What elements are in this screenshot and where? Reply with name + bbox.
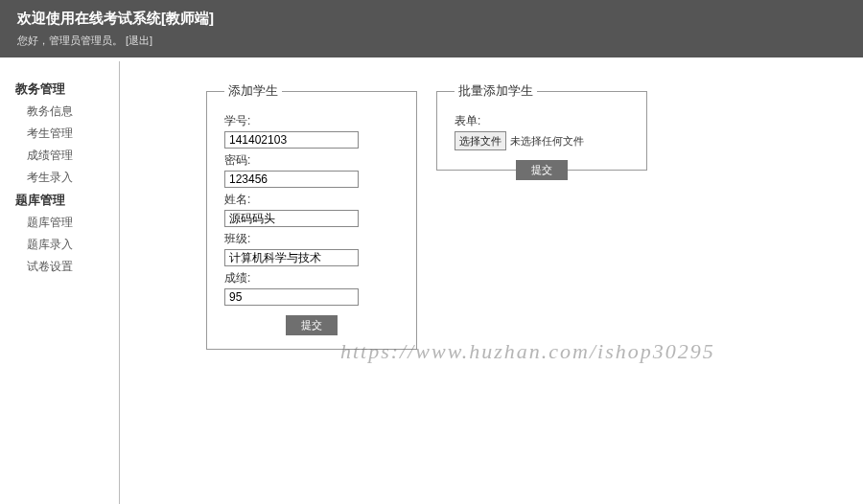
bulk-submit-button[interactable]: 提交 <box>516 160 568 180</box>
student-id-input[interactable] <box>224 131 359 149</box>
current-user: 管理员管理员 <box>49 34 112 46</box>
greeting-prefix: 您好， <box>17 34 49 46</box>
sidebar-item-question-entry[interactable]: 题库录入 <box>27 237 119 253</box>
sidebar-item-student-manage[interactable]: 考生管理 <box>27 126 119 142</box>
sidebar-group-academic: 教务管理 <box>15 80 119 98</box>
password-label: 密码: <box>224 152 399 169</box>
file-status: 未选择任何文件 <box>510 134 584 149</box>
sidebar-item-academic-info[interactable]: 教务信息 <box>27 103 119 120</box>
bulk-add-legend: 批量添加学生 <box>455 82 537 100</box>
sidebar: 教务管理 教务信息 考生管理 成绩管理 考生录入 题库管理 题库管理 题库录入 … <box>0 61 119 504</box>
sidebar-group-question: 题库管理 <box>15 192 119 209</box>
class-input[interactable] <box>224 249 359 266</box>
class-label: 班级: <box>224 231 399 247</box>
sidebar-item-student-entry[interactable]: 考生录入 <box>27 170 119 186</box>
name-input[interactable] <box>224 210 359 227</box>
name-label: 姓名: <box>224 192 399 208</box>
main-content: 添加学生 学号: 密码: 姓名: 班级: 成绩: <box>120 61 863 504</box>
add-student-legend: 添加学生 <box>224 82 282 100</box>
header: 欢迎使用在线考试系统[教师端] 您好，管理员管理员。 [退出] <box>0 0 863 57</box>
bulk-add-panel: 批量添加学生 表单: 选择文件 未选择任何文件 提交 <box>436 82 647 171</box>
password-input[interactable] <box>224 171 359 188</box>
score-label: 成绩: <box>224 270 399 286</box>
bulk-form-label: 表单: <box>455 113 629 129</box>
header-subline: 您好，管理员管理员。 [退出] <box>17 34 846 48</box>
student-id-label: 学号: <box>224 113 399 129</box>
add-student-panel: 添加学生 学号: 密码: 姓名: 班级: 成绩: <box>206 82 417 350</box>
sidebar-item-score-manage[interactable]: 成绩管理 <box>27 148 119 164</box>
sidebar-item-question-manage[interactable]: 题库管理 <box>27 215 119 231</box>
score-input[interactable] <box>224 288 359 306</box>
choose-file-button[interactable]: 选择文件 <box>455 131 506 150</box>
logout-link[interactable]: [退出] <box>126 34 152 46</box>
page-title: 欢迎使用在线考试系统[教师端] <box>17 10 846 28</box>
sidebar-item-paper-setting[interactable]: 试卷设置 <box>27 259 119 275</box>
add-submit-button[interactable]: 提交 <box>286 315 338 335</box>
